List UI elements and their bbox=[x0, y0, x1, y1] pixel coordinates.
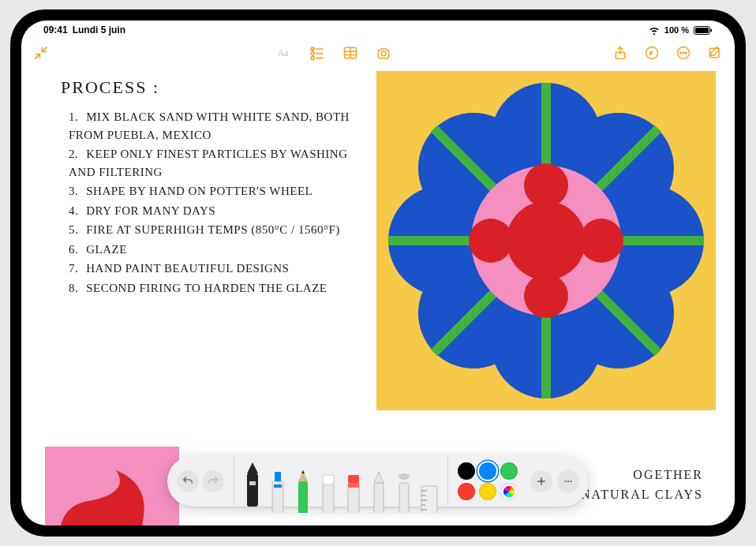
svg-point-20 bbox=[686, 52, 687, 54]
svg-marker-43 bbox=[247, 462, 258, 473]
multitask-dots[interactable]: ••• bbox=[370, 21, 386, 25]
redo-button[interactable] bbox=[202, 470, 224, 492]
swatch-green[interactable] bbox=[500, 462, 518, 480]
marker-tool[interactable] bbox=[266, 466, 290, 507]
eraser-tool[interactable] bbox=[316, 466, 340, 507]
process-list: 1. MIX BLACK SAND WITH WHITE SAND, BOTH … bbox=[61, 108, 361, 297]
lasso-tool[interactable] bbox=[342, 466, 365, 507]
partial-sketch bbox=[45, 447, 179, 525]
crayon-tool[interactable] bbox=[367, 466, 391, 507]
list-item: 6. GLAZE bbox=[69, 241, 361, 259]
swatch-blue[interactable] bbox=[479, 462, 496, 480]
process-title: PROCESS : bbox=[61, 74, 361, 100]
battery-icon bbox=[694, 26, 713, 35]
svg-point-70 bbox=[570, 481, 571, 482]
svg-rect-46 bbox=[275, 472, 281, 481]
svg-point-14 bbox=[381, 51, 386, 56]
tool-group bbox=[234, 456, 448, 507]
handwritten-text: PROCESS : 1. MIX BLACK SAND WITH WHITE S… bbox=[61, 74, 361, 298]
text-format-icon[interactable]: Aa bbox=[275, 44, 293, 62]
collapse-icon[interactable] bbox=[32, 44, 50, 62]
svg-rect-56 bbox=[374, 483, 384, 513]
svg-rect-42 bbox=[247, 473, 258, 507]
more-icon[interactable] bbox=[675, 44, 692, 62]
svg-point-59 bbox=[399, 473, 410, 480]
svg-rect-58 bbox=[399, 483, 409, 513]
svg-rect-51 bbox=[323, 483, 334, 513]
list-item: 7. HAND PAINT BEAUTIFUL DESIGNS bbox=[69, 260, 361, 278]
svg-point-38 bbox=[579, 219, 623, 263]
svg-marker-50 bbox=[301, 470, 305, 473]
ellipsis-button[interactable] bbox=[557, 470, 579, 492]
svg-point-18 bbox=[680, 52, 682, 54]
svg-marker-57 bbox=[374, 472, 384, 483]
camera-icon[interactable] bbox=[375, 44, 392, 62]
svg-rect-2 bbox=[711, 28, 713, 32]
note-content[interactable]: PROCESS : 1. MIX BLACK SAND WITH WHITE S… bbox=[21, 68, 735, 525]
fill-tool[interactable] bbox=[392, 466, 416, 507]
list-item: 5. FIRE AT SUPERHIGH TEMPS (850°C / 1560… bbox=[69, 221, 361, 239]
add-button[interactable] bbox=[530, 470, 552, 492]
undo-button[interactable] bbox=[177, 470, 199, 492]
svg-point-40 bbox=[469, 219, 513, 263]
svg-rect-48 bbox=[298, 481, 308, 513]
ipad-frame: ••• 09:41 Lundi 5 juin 100 % bbox=[10, 9, 746, 537]
ruler-tool[interactable] bbox=[417, 466, 441, 507]
status-date: Lundi 5 juin bbox=[73, 24, 125, 36]
list-item: 2. KEEP ONLY FINEST PARTICLES BY WASHING… bbox=[69, 145, 361, 181]
list-item: 8. SECOND FIRING TO HARDEN THE GLAZE bbox=[69, 279, 361, 297]
color-palette bbox=[453, 462, 522, 500]
svg-point-8 bbox=[311, 57, 314, 60]
svg-point-37 bbox=[524, 163, 568, 208]
pencil-tool[interactable] bbox=[291, 466, 315, 507]
svg-point-36 bbox=[507, 201, 586, 280]
flower-sketch bbox=[376, 71, 716, 410]
status-time: 09:41 bbox=[43, 24, 68, 36]
checklist-icon[interactable] bbox=[309, 44, 326, 62]
list-item: 1. MIX BLACK SAND WITH WHITE SAND, BOTH … bbox=[69, 108, 361, 144]
svg-rect-44 bbox=[249, 481, 256, 485]
battery-label: 100 % bbox=[664, 25, 689, 35]
svg-point-39 bbox=[524, 274, 568, 318]
svg-rect-52 bbox=[323, 475, 334, 484]
color-picker-icon[interactable] bbox=[500, 483, 518, 500]
markup-toolbar bbox=[167, 456, 589, 507]
list-item: 4. DRY FOR MANY DAYS bbox=[69, 202, 361, 220]
svg-point-6 bbox=[311, 52, 314, 55]
list-item: 3. SHAPE BY HAND ON POTTER'S WHEEL bbox=[69, 182, 361, 200]
swatch-red[interactable] bbox=[458, 483, 475, 500]
svg-rect-47 bbox=[274, 484, 282, 488]
screen: ••• 09:41 Lundi 5 juin 100 % bbox=[21, 21, 735, 525]
compose-icon[interactable] bbox=[706, 44, 724, 62]
wifi-icon bbox=[649, 26, 660, 35]
table-icon[interactable] bbox=[342, 44, 359, 62]
note-toolbar: Aa bbox=[21, 38, 735, 68]
markup-icon[interactable] bbox=[643, 44, 661, 62]
swatch-yellow[interactable] bbox=[479, 483, 496, 500]
svg-rect-54 bbox=[348, 483, 359, 488]
svg-rect-55 bbox=[348, 475, 359, 483]
svg-point-68 bbox=[564, 481, 566, 482]
share-icon[interactable] bbox=[612, 44, 629, 62]
svg-point-19 bbox=[683, 52, 684, 54]
svg-rect-60 bbox=[421, 486, 437, 513]
swatch-black[interactable] bbox=[458, 462, 475, 480]
pen-tool[interactable] bbox=[241, 459, 264, 500]
svg-text:Aa: Aa bbox=[278, 48, 289, 58]
svg-point-69 bbox=[567, 481, 569, 482]
svg-rect-1 bbox=[695, 28, 709, 33]
